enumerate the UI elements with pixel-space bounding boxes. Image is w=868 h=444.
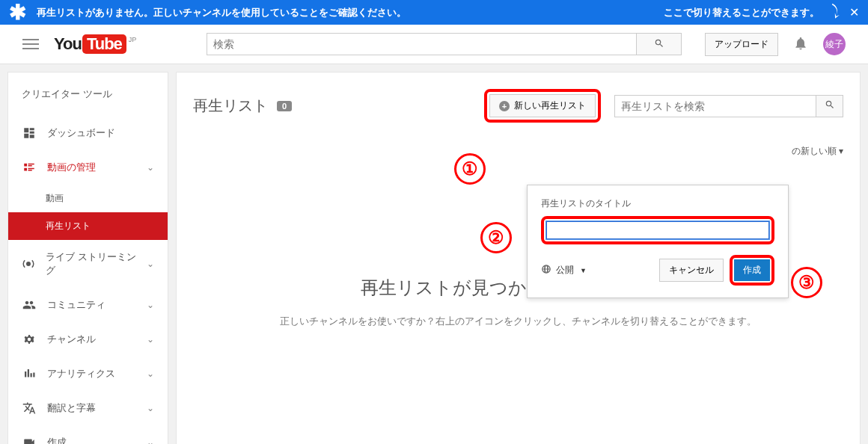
banner-switch-text: ここで切り替えることができます。 xyxy=(664,6,819,19)
sidebar-item-label: チャンネル xyxy=(47,333,96,346)
sidebar-item-translations[interactable]: 翻訳と字幕 ⌄ xyxy=(8,391,168,425)
playlist-search-button[interactable] xyxy=(816,95,843,117)
sidebar-item-label: 翻訳と字幕 xyxy=(47,401,96,415)
chevron-down-icon: ⌄ xyxy=(147,259,154,269)
create-icon xyxy=(22,436,37,444)
sidebar-item-analytics[interactable]: アナリティクス ⌄ xyxy=(8,357,168,391)
sidebar-sub-videos[interactable]: 動画 xyxy=(8,185,168,212)
banner-message: 再生リストがありません。正しいチャンネルを使用していることをご確認ください。 xyxy=(37,6,406,19)
search-icon xyxy=(654,38,664,51)
video-manager-icon xyxy=(22,161,37,174)
asterisk-icon: ✱ xyxy=(9,2,26,23)
sidebar-item-video-manager[interactable]: 動画の管理 ⌄ xyxy=(8,150,168,185)
search-input[interactable] xyxy=(207,33,637,55)
hamburger-menu-icon[interactable] xyxy=(22,39,39,49)
sidebar-item-label: 動画の管理 xyxy=(47,161,96,174)
sidebar-item-label: ライブ ストリーミング xyxy=(46,250,136,277)
sidebar-item-community[interactable]: コミュニティ ⌄ xyxy=(8,288,168,322)
sidebar-item-dashboard[interactable]: ダッシュボード xyxy=(8,116,168,150)
chevron-down-icon: ⌄ xyxy=(147,334,154,345)
sidebar: クリエイター ツール ダッシュボード 動画の管理 ⌄ 動画 再生リスト ライブ … xyxy=(7,72,168,444)
playlist-title-label: 再生リストのタイトル xyxy=(541,197,774,210)
visibility-label: 公開 xyxy=(556,264,574,277)
logo-you: You xyxy=(54,34,82,54)
search-button[interactable] xyxy=(637,33,682,55)
caret-down-icon: ▼ xyxy=(580,267,587,274)
playlist-title-input[interactable] xyxy=(546,221,769,239)
cancel-button[interactable]: キャンセル xyxy=(659,259,724,282)
curved-arrow-icon xyxy=(827,4,842,21)
chevron-down-icon: ⌄ xyxy=(147,437,154,444)
close-icon[interactable]: ✕ xyxy=(849,5,859,19)
empty-state-text: 正しいチャンネルをお使いですか？右上のアイコンをクリックし、チャンネルを切り替え… xyxy=(177,315,860,328)
sidebar-item-channel[interactable]: チャンネル ⌄ xyxy=(8,322,168,357)
sidebar-item-create[interactable]: 作成 ⌄ xyxy=(8,425,168,444)
youtube-logo[interactable]: You Tube JP xyxy=(54,34,136,54)
avatar[interactable]: 綾子 xyxy=(823,33,846,55)
visibility-dropdown[interactable]: 公開 ▼ xyxy=(541,264,587,277)
sidebar-item-label: ダッシュボード xyxy=(47,126,115,140)
globe-icon xyxy=(541,264,551,277)
create-button[interactable]: 作成 xyxy=(734,259,770,281)
plus-icon: + xyxy=(499,101,510,111)
annotation-badge-1: ① xyxy=(454,153,486,185)
live-icon xyxy=(22,257,35,271)
annotation-highlight-3: 作成 xyxy=(730,255,774,286)
playlist-search-input[interactable] xyxy=(614,95,816,117)
chevron-down-icon: ⌄ xyxy=(147,369,154,379)
new-playlist-button[interactable]: + 新しい再生リスト xyxy=(489,94,596,117)
gear-icon xyxy=(22,333,37,346)
sidebar-title: クリエイター ツール xyxy=(8,73,168,116)
annotation-highlight-1: + 新しい再生リスト xyxy=(484,89,601,123)
new-playlist-popup: 再生リストのタイトル 公開 ▼ キャンセル 作成 xyxy=(527,185,789,298)
sidebar-item-label: コミュニティ xyxy=(47,298,106,312)
annotation-badge-3: ③ xyxy=(791,267,822,298)
chevron-down-icon: ⌄ xyxy=(147,162,154,173)
upload-button[interactable]: アップロード xyxy=(705,33,778,56)
community-icon xyxy=(22,298,37,312)
logo-region: JP xyxy=(129,36,137,43)
sidebar-item-live[interactable]: ライブ ストリーミング ⌄ xyxy=(8,240,168,288)
logo-tube: Tube xyxy=(82,34,126,54)
app-header: You Tube JP アップロード 綾子 xyxy=(0,25,868,64)
sidebar-sub-playlists[interactable]: 再生リスト xyxy=(8,212,168,240)
translate-icon xyxy=(22,401,37,415)
new-playlist-label: 新しい再生リスト xyxy=(514,99,586,112)
playlist-count-badge: 0 xyxy=(277,101,292,111)
sidebar-item-label: アナリティクス xyxy=(47,367,115,380)
sort-dropdown[interactable]: の新しい順 ▾ xyxy=(792,146,843,156)
chevron-down-icon: ⌄ xyxy=(147,403,154,413)
main-content: 再生リスト 0 + 新しい再生リスト の新しい順 ▾ 再生リストが見つかりません… xyxy=(176,72,861,444)
analytics-icon xyxy=(22,367,37,380)
annotation-badge-2: ② xyxy=(480,222,512,253)
search-icon xyxy=(825,99,835,112)
dashboard-icon xyxy=(22,126,37,140)
bell-icon[interactable] xyxy=(793,36,808,53)
annotation-highlight-2 xyxy=(541,216,774,244)
sidebar-item-label: 作成 xyxy=(47,436,67,444)
chevron-down-icon: ⌄ xyxy=(147,300,154,310)
notice-banner: ✱ 再生リストがありません。正しいチャンネルを使用していることをご確認ください。… xyxy=(0,0,868,25)
page-title: 再生リスト xyxy=(193,96,268,116)
